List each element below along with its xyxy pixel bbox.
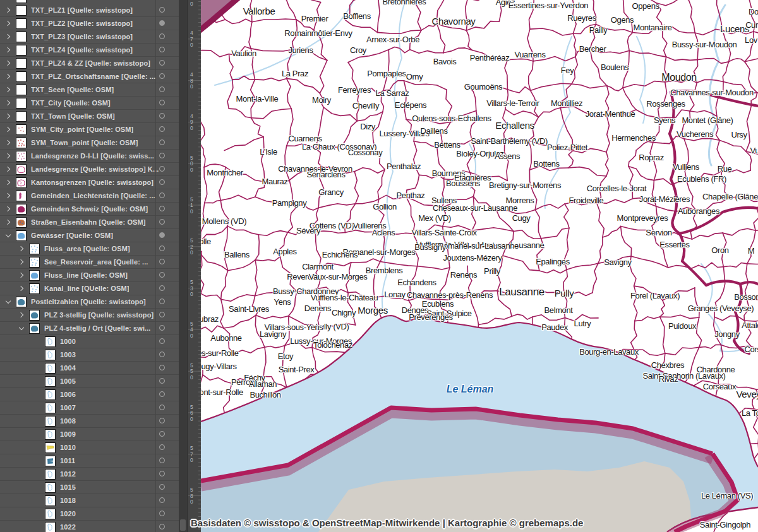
layer-row[interactable]: 1015: [0, 481, 179, 494]
layer-thumbnail[interactable]: [16, 124, 27, 135]
layer-row[interactable]: See_Reservoir_area [Quelle: ...: [0, 256, 179, 269]
layer-thumbnail[interactable]: [45, 416, 56, 427]
chevron-right-icon[interactable]: [5, 99, 13, 107]
layer-thumbnail[interactable]: [16, 32, 27, 42]
layer-thumbnail[interactable]: [29, 244, 40, 254]
layer-row[interactable]: TXT_PLZ1 [Quelle: swisstopo]: [0, 4, 179, 17]
target-circle-icon[interactable]: [159, 405, 165, 410]
chevron-right-icon[interactable]: [5, 33, 13, 40]
layer-row[interactable]: 1003: [0, 348, 179, 362]
panel-scrollbar[interactable]: [179, 0, 187, 532]
layer-thumbnail[interactable]: [16, 45, 27, 56]
chevron-down-icon[interactable]: [18, 324, 26, 332]
layer-row[interactable]: Gewässer [Quelle: OSM]: [0, 229, 179, 242]
layer-thumbnail[interactable]: [16, 151, 27, 162]
map-document[interactable]: BretonnièresAgiezEssertines-sur-YverdonO…: [201, 0, 758, 532]
layer-row[interactable]: Fluss_area [Quelle: OSM]: [0, 242, 179, 256]
target-circle-icon[interactable]: [159, 86, 165, 92]
layer-thumbnail[interactable]: [45, 495, 56, 506]
target-circle-icon[interactable]: [159, 431, 165, 437]
target-circle-icon[interactable]: [159, 365, 165, 370]
chevron-right-icon[interactable]: [5, 59, 13, 67]
layer-thumbnail[interactable]: [45, 336, 56, 347]
layer-row[interactable]: Gemeinden Schweiz [Quelle: OSM]: [0, 203, 179, 216]
layer-thumbnail[interactable]: [45, 442, 56, 453]
chevron-right-icon[interactable]: [5, 165, 13, 173]
target-circle-icon[interactable]: [159, 352, 165, 357]
layer-row[interactable]: PLZ 4-stellig / Ort [Quelle: swi...: [0, 322, 179, 335]
target-circle-icon[interactable]: [159, 139, 165, 145]
layer-row[interactable]: SYM_City_point [Quelle: OSM]: [0, 123, 179, 136]
layer-row[interactable]: TXT_City [Quelle: OSM]: [0, 97, 179, 110]
chevron-right-icon[interactable]: [18, 311, 26, 319]
target-circle-icon[interactable]: [159, 272, 165, 278]
layer-thumbnail[interactable]: [45, 389, 56, 400]
layer-thumbnail[interactable]: [16, 164, 27, 175]
chevron-right-icon[interactable]: [5, 139, 13, 146]
target-circle-icon[interactable]: [159, 391, 165, 397]
layer-thumbnail[interactable]: [16, 5, 27, 16]
layer-thumbnail[interactable]: [16, 98, 27, 109]
layer-thumbnail[interactable]: [29, 270, 40, 281]
target-circle-icon[interactable]: [159, 418, 165, 423]
target-circle-icon[interactable]: [159, 471, 165, 476]
layer-thumbnail[interactable]: [16, 138, 27, 148]
layer-thumbnail[interactable]: [29, 283, 40, 294]
chevron-right-icon[interactable]: [18, 285, 26, 292]
layer-row[interactable]: 1018: [0, 494, 179, 507]
layer-row[interactable]: Straßen_Eisenbahn [Quelle: OSM]: [0, 216, 179, 229]
target-circle-icon[interactable]: [159, 73, 165, 79]
chevron-right-icon[interactable]: [5, 6, 13, 14]
target-circle-icon[interactable]: [159, 179, 165, 185]
target-circle-icon[interactable]: [159, 378, 165, 384]
layer-row[interactable]: TXT_PLZ2 [Quelle: swisstopo]: [0, 17, 179, 30]
layer-row[interactable]: TXT_PLZ3 [Quelle: swisstopo]: [0, 30, 179, 44]
layer-thumbnail[interactable]: [45, 456, 56, 466]
target-circle-icon[interactable]: [159, 458, 165, 463]
target-circle-icon[interactable]: [159, 245, 165, 251]
target-circle-icon[interactable]: [159, 192, 165, 198]
layer-row[interactable]: TXT_PLZ_Ortschaftsname [Quelle: ...: [0, 70, 179, 83]
layer-thumbnail[interactable]: [16, 58, 27, 69]
target-circle-icon[interactable]: [159, 259, 165, 264]
layer-thumbnail[interactable]: [45, 509, 56, 519]
layer-row[interactable]: 1004: [0, 362, 179, 375]
target-circle-icon[interactable]: [159, 299, 165, 304]
layer-thumbnail[interactable]: [45, 376, 56, 387]
target-circle-icon[interactable]: [159, 219, 165, 225]
target-circle-icon[interactable]: [159, 60, 165, 66]
chevron-right-icon[interactable]: [5, 86, 13, 93]
layer-row[interactable]: Kanal_line [QUelle: OSM]: [0, 282, 179, 295]
scrollbar-thumb[interactable]: [180, 519, 186, 531]
target-circle-icon[interactable]: [159, 444, 165, 450]
layer-row[interactable]: 1011: [0, 454, 179, 468]
target-circle-icon[interactable]: [159, 7, 165, 13]
chevron-right-icon[interactable]: [5, 152, 13, 160]
layer-row[interactable]: TXT_Town [Quelle: OSM]: [0, 110, 179, 123]
target-circle-icon[interactable]: [159, 325, 165, 331]
chevron-right-icon[interactable]: [5, 218, 13, 226]
layer-thumbnail[interactable]: [16, 111, 27, 122]
chevron-right-icon[interactable]: [18, 258, 26, 266]
target-circle-icon[interactable]: [159, 484, 165, 490]
chevron-down-icon[interactable]: [5, 232, 13, 239]
layer-row[interactable]: Fluss_line [Quelle: OSM]: [0, 269, 179, 282]
layer-thumbnail[interactable]: [16, 230, 27, 241]
layer-thumbnail[interactable]: [16, 18, 27, 29]
chevron-right-icon[interactable]: [18, 245, 26, 252]
chevron-right-icon[interactable]: [5, 46, 13, 54]
chevron-right-icon[interactable]: [5, 179, 13, 186]
layer-thumbnail[interactable]: [16, 217, 27, 228]
target-circle-icon[interactable]: [159, 524, 165, 529]
layer-row[interactable]: TXT_PLZ4 [Quelle: swisstopo]: [0, 44, 179, 57]
layer-thumbnail[interactable]: [45, 429, 56, 440]
chevron-right-icon[interactable]: [5, 192, 13, 199]
layer-thumbnail[interactable]: [16, 191, 27, 201]
target-circle-icon[interactable]: [159, 166, 165, 172]
layer-row[interactable]: 1022: [0, 521, 179, 532]
chevron-right-icon[interactable]: [5, 73, 13, 80]
layer-row[interactable]: 1005: [0, 375, 179, 388]
target-circle-icon[interactable]: [159, 511, 165, 516]
chevron-right-icon[interactable]: [5, 20, 13, 27]
layer-thumbnail[interactable]: [45, 350, 56, 360]
